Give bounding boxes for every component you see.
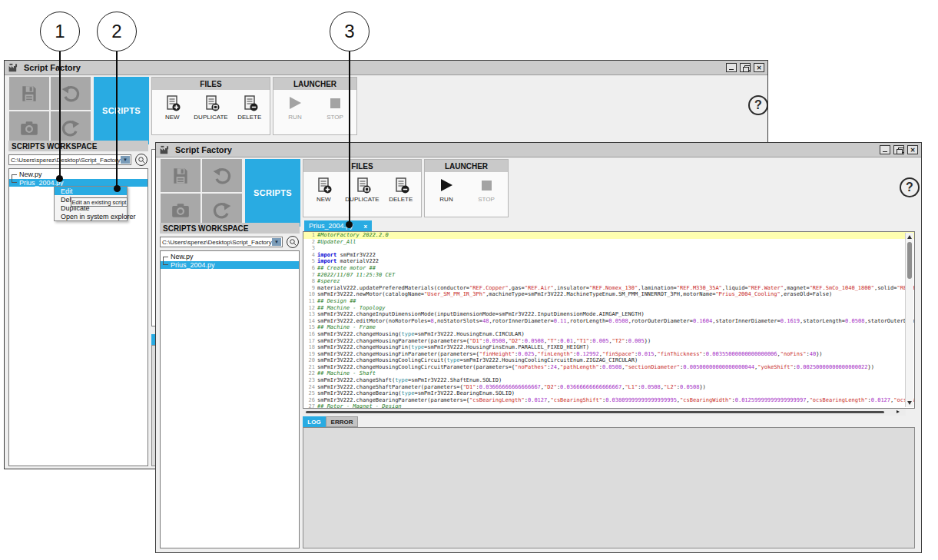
vertical-scrollbar[interactable] [905, 233, 913, 407]
undo-button[interactable] [51, 77, 91, 110]
error-tab[interactable]: ERROR [326, 416, 358, 427]
titlebar[interactable]: Script Factory ✕ [156, 143, 921, 157]
tab-close-icon[interactable]: x [364, 223, 367, 230]
tab-prius-2004[interactable]: Prius_2004.py x [304, 220, 372, 231]
titlebar[interactable]: Script Factory ✕ [5, 61, 767, 75]
restore-button[interactable] [893, 145, 904, 154]
launcher-group: LAUNCHER RUN STOP [424, 159, 509, 217]
code-line-14: 14smPmIr3V222.editMotor(noRotorPoles=8,n… [303, 318, 914, 325]
scroll-up-icon[interactable] [907, 235, 912, 239]
code-editor[interactable]: 1#MotorFactory 2022.2.02#Updater_All34im… [303, 231, 915, 409]
code-line-23: 23smPmIr3V222.changeShaft(type=smPmIr3V2… [303, 377, 914, 384]
delete-script-button[interactable]: DELETE [383, 176, 419, 203]
factory-icon [159, 145, 171, 155]
code-line-5: 5import materialV222 [303, 258, 914, 265]
duplicate-script-button[interactable]: DUPLICATE [193, 94, 230, 121]
launcher-group-header: LAUNCHER [273, 78, 356, 90]
code-line-22: 22## Machine - Shaft [303, 370, 914, 377]
workspace-path-value: C:\Users\sperez\Desktop\Script_Factory [162, 239, 272, 246]
run-button[interactable]: RUN [428, 176, 465, 203]
callout-line-3 [349, 51, 350, 225]
help-button[interactable]: ? [900, 177, 920, 197]
stop-icon [326, 94, 344, 112]
code-line-20: 20smPmIr3V222.changeHousingCoolingCircui… [303, 357, 914, 364]
callout-1: 1 [40, 12, 80, 51]
callout-line-2 [116, 51, 118, 188]
new-script-button[interactable]: NEW [154, 94, 191, 121]
callout-dot-1 [56, 175, 63, 182]
files-group-header: FILES [152, 78, 270, 90]
camera-icon [19, 118, 39, 138]
code-line-7: 7#2022/11/07 11:25:30 CET [303, 272, 914, 279]
chevron-down-icon[interactable]: ▼ [272, 238, 281, 246]
scroll-down-icon[interactable] [907, 401, 912, 405]
search-icon [138, 156, 146, 164]
camera-button[interactable] [161, 194, 201, 227]
minimize-button[interactable] [880, 145, 890, 154]
tree-branch-icon [163, 264, 168, 265]
help-button[interactable]: ? [748, 95, 768, 115]
camera-icon [171, 200, 191, 220]
close-button[interactable]: ✕ [907, 145, 918, 154]
code-lines: 1#MotorFactory 2022.2.02#Updater_All34im… [303, 232, 914, 409]
workspace-path-combobox[interactable]: C:\Users\sperez\Desktop\Script_Factory ▼ [8, 154, 131, 165]
new-script-button[interactable]: NEW [305, 176, 342, 203]
workspace-path-combobox[interactable]: C:\Users\sperez\Desktop\Script_Factory ▼ [160, 237, 283, 247]
menu-item-open-in-system-explorer[interactable]: Open in system explorer [55, 212, 127, 220]
run-icon [286, 94, 304, 112]
tree-item-prius-2004-py[interactable]: Prius_2004.py [161, 261, 299, 270]
chevron-down-icon[interactable]: ▼ [121, 156, 130, 164]
code-line-4: 4import smPmIr3V222 [303, 252, 914, 259]
delete-script-button[interactable]: DELETE [231, 94, 268, 121]
close-button[interactable]: ✕ [754, 63, 764, 72]
horizontal-scrollbar[interactable] [303, 409, 906, 416]
save-button[interactable] [161, 159, 201, 192]
files-group-header: FILES [303, 160, 421, 172]
stop-button[interactable]: STOP [317, 94, 353, 121]
vertical-scroll-thumb[interactable] [907, 242, 912, 279]
log-tab[interactable]: LOG [303, 416, 326, 427]
code-line-12: 12## Machine - Topology [303, 305, 914, 312]
restore-button[interactable] [740, 63, 751, 72]
window-title: Script Factory [24, 63, 81, 72]
code-line-2: 2#Updater_All [303, 239, 914, 246]
tree-item-new-py[interactable]: New.py [161, 253, 299, 261]
code-line-24: 24smPmIr3V222.changeShaftParameter(param… [303, 384, 914, 391]
minimize-button[interactable] [726, 63, 737, 72]
tooltip: Edit an existing script [71, 197, 128, 207]
tree-item-label: New.py [171, 253, 194, 260]
run-icon [437, 176, 456, 194]
code-line-18: 18smPmIr3V222.changeHousingFin(type=smPm… [303, 344, 914, 351]
save-button[interactable] [9, 77, 49, 110]
search-icon [289, 238, 297, 247]
delete-script-icon [240, 94, 259, 112]
undo-button[interactable] [202, 159, 242, 192]
code-line-3: 3 [303, 245, 914, 252]
duplicate-script-icon [353, 176, 372, 194]
undo-icon [212, 166, 232, 186]
scripts-workspace-header: SCRIPTS WORKSPACE [8, 141, 148, 151]
browse-folder-button[interactable] [287, 236, 299, 248]
tree-branch-icon [163, 257, 168, 257]
horizontal-scroll-thumb[interactable] [306, 411, 884, 413]
scripts-button[interactable]: SCRIPTS [94, 77, 149, 144]
camera-button[interactable] [9, 111, 49, 144]
files-group: FILES NEW DUPLICATE DELETE [151, 77, 270, 135]
code-line-9: 9materialV222.updatePreferedMaterials(co… [303, 285, 914, 292]
launcher-group-header: LAUNCHER [425, 160, 508, 172]
redo-button[interactable] [202, 194, 242, 227]
browse-folder-button[interactable] [135, 154, 147, 166]
save-icon [19, 84, 39, 104]
tree-connector [12, 174, 12, 182]
undo-icon [61, 84, 81, 104]
tree-branch-icon [12, 182, 17, 183]
redo-button[interactable] [51, 111, 91, 144]
new-script-icon [163, 94, 181, 112]
run-button[interactable]: RUN [277, 94, 313, 121]
stop-button[interactable]: STOP [468, 176, 505, 203]
tree-item-new-py[interactable]: New.py [9, 171, 147, 179]
callout-3: 3 [330, 12, 370, 51]
scripts-button[interactable]: SCRIPTS [245, 159, 300, 227]
scroll-right-icon[interactable] [897, 410, 900, 413]
code-line-1: 1#MotorFactory 2022.2.0 [303, 232, 914, 239]
